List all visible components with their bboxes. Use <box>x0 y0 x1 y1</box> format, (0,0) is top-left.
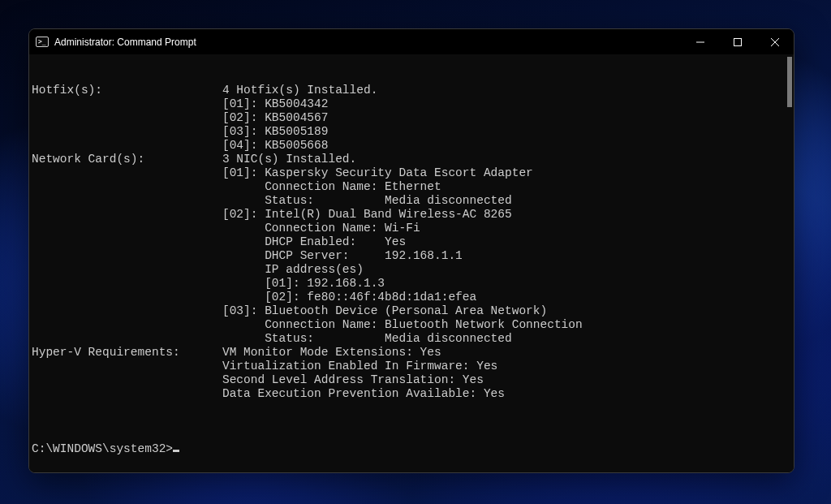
output-line: [02]: KB5004567 <box>32 111 791 125</box>
output-line: [03]: Bluetooth Device (Personal Area Ne… <box>32 304 791 318</box>
output-line: [02]: fe80::46f:4b8d:1da1:efea <box>32 291 791 304</box>
command-prompt-window: >_ Administrator: Command Prompt <box>28 28 794 473</box>
output-line: DHCP Server: 192.168.1.1 <box>32 249 791 263</box>
close-icon <box>771 38 779 46</box>
output-line: Status: Media disconnected <box>32 332 791 346</box>
output-line: Connection Name: Ethernet <box>32 180 791 194</box>
window-title: Administrator: Command Prompt <box>54 37 196 48</box>
output-line: Second Level Address Translation: Yes <box>32 373 791 387</box>
output-line: DHCP Enabled: Yes <box>32 235 791 249</box>
cursor <box>173 450 179 452</box>
prompt-text: C:\WINDOWS\system32> <box>32 442 173 456</box>
close-button[interactable] <box>756 29 794 54</box>
output-line: [02]: Intel(R) Dual Band Wireless-AC 826… <box>32 208 791 222</box>
output-line: Connection Name: Bluetooth Network Conne… <box>32 318 791 332</box>
minimize-icon <box>696 38 704 46</box>
output-line: [04]: KB5005668 <box>32 139 791 153</box>
output-line: Connection Name: Wi-Fi <box>32 222 791 235</box>
output-line: [01]: 192.168.1.3 <box>32 277 791 291</box>
output-line: Status: Media disconnected <box>32 194 791 208</box>
titlebar[interactable]: >_ Administrator: Command Prompt <box>29 29 794 54</box>
maximize-button[interactable] <box>719 29 756 54</box>
command-prompt-icon: >_ <box>36 36 49 49</box>
output-line: Hotfix(s): 4 Hotfix(s) Installed. <box>32 84 791 97</box>
window-controls <box>682 29 794 54</box>
output-line: Hyper-V Requirements: VM Monitor Mode Ex… <box>32 346 791 360</box>
output-line: Data Execution Prevention Available: Yes <box>32 387 791 401</box>
maximize-icon <box>734 38 742 46</box>
svg-rect-3 <box>734 38 742 45</box>
output-line: IP address(es) <box>32 263 791 277</box>
minimize-button[interactable] <box>682 29 719 54</box>
terminal-output[interactable]: Hotfix(s): 4 Hotfix(s) Installed. [01]: … <box>29 54 794 472</box>
output-line: Virtualization Enabled In Firmware: Yes <box>32 360 791 373</box>
output-line <box>32 401 791 415</box>
output-line: Network Card(s): 3 NIC(s) Installed. <box>32 153 791 166</box>
output-line: [03]: KB5005189 <box>32 125 791 139</box>
output-line: [01]: Kaspersky Security Data Escort Ada… <box>32 166 791 180</box>
scrollbar-thumb[interactable] <box>787 57 792 107</box>
prompt-line: C:\WINDOWS\system32> <box>32 442 791 456</box>
output-line: [01]: KB5004342 <box>32 97 791 111</box>
output-lines: Hotfix(s): 4 Hotfix(s) Installed. [01]: … <box>32 84 791 415</box>
svg-text:>_: >_ <box>38 38 46 45</box>
